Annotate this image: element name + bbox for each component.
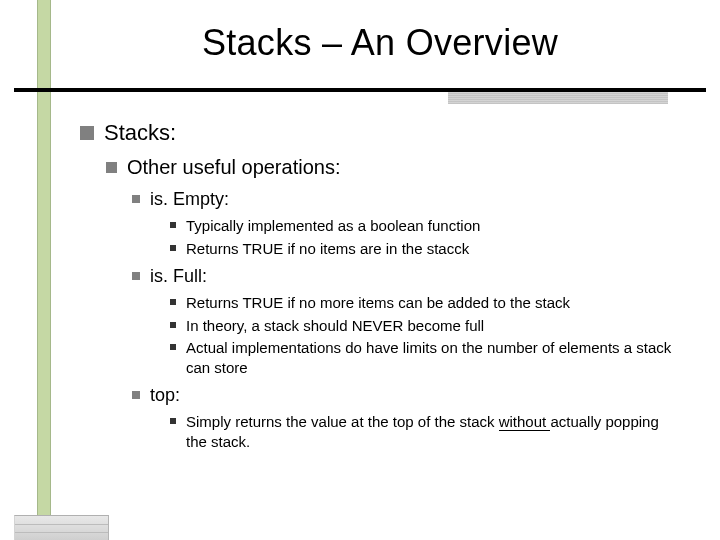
bullet-level4: Actual implementations do have limits on… <box>170 338 680 377</box>
slide: Stacks – An Overview Stacks: Other usefu… <box>0 0 720 540</box>
bullet-level1: Stacks: <box>80 120 680 146</box>
op-point: Typically implemented as a boolean funct… <box>186 216 480 236</box>
op-isempty: is. Empty: Typically implemented as a bo… <box>80 189 680 258</box>
square-bullet-icon <box>170 322 176 328</box>
bullet-level3: is. Full: <box>132 266 680 287</box>
op-point: Returns TRUE if no items are in the stac… <box>186 239 469 259</box>
bullet-level3: is. Empty: <box>132 189 680 210</box>
op-top: top: Simply returns the value at the top… <box>80 385 680 451</box>
square-bullet-icon <box>132 272 140 280</box>
square-bullet-icon <box>170 299 176 305</box>
square-bullet-icon <box>106 162 117 173</box>
bullet-level2: Other useful operations: <box>106 156 680 179</box>
op-point: Simply returns the value at the top of t… <box>186 412 680 451</box>
square-bullet-icon <box>170 222 176 228</box>
level1-text: Stacks: <box>104 120 176 146</box>
slide-title: Stacks – An Overview <box>60 22 700 64</box>
title-area: Stacks – An Overview <box>60 22 700 64</box>
op-point: In theory, a stack should NEVER become f… <box>186 316 484 336</box>
top-prefix: Simply returns the value at the top of t… <box>186 413 499 430</box>
op-isfull: is. Full: Returns TRUE if no more items … <box>80 266 680 377</box>
square-bullet-icon <box>170 245 176 251</box>
bottom-bevel-decoration <box>14 515 109 540</box>
square-bullet-icon <box>170 418 176 424</box>
level2-text: Other useful operations: <box>127 156 340 179</box>
square-bullet-icon <box>132 391 140 399</box>
left-accent-bar <box>37 0 51 540</box>
top-underlined: without <box>499 413 551 431</box>
content-area: Stacks: Other useful operations: is. Emp… <box>80 120 680 459</box>
op-name: top: <box>150 385 180 406</box>
op-name: is. Full: <box>150 266 207 287</box>
square-bullet-icon <box>132 195 140 203</box>
bullet-level4: Typically implemented as a boolean funct… <box>170 216 680 236</box>
square-bullet-icon <box>80 126 94 140</box>
title-shadow-decoration <box>448 92 668 104</box>
square-bullet-icon <box>170 344 176 350</box>
op-name: is. Empty: <box>150 189 229 210</box>
bullet-level3: top: <box>132 385 680 406</box>
bullet-level4: Returns TRUE if no items are in the stac… <box>170 239 680 259</box>
bullet-level4: In theory, a stack should NEVER become f… <box>170 316 680 336</box>
bullet-level4: Simply returns the value at the top of t… <box>170 412 680 451</box>
bullet-level4: Returns TRUE if no more items can be add… <box>170 293 680 313</box>
op-point: Actual implementations do have limits on… <box>186 338 680 377</box>
op-point: Returns TRUE if no more items can be add… <box>186 293 570 313</box>
